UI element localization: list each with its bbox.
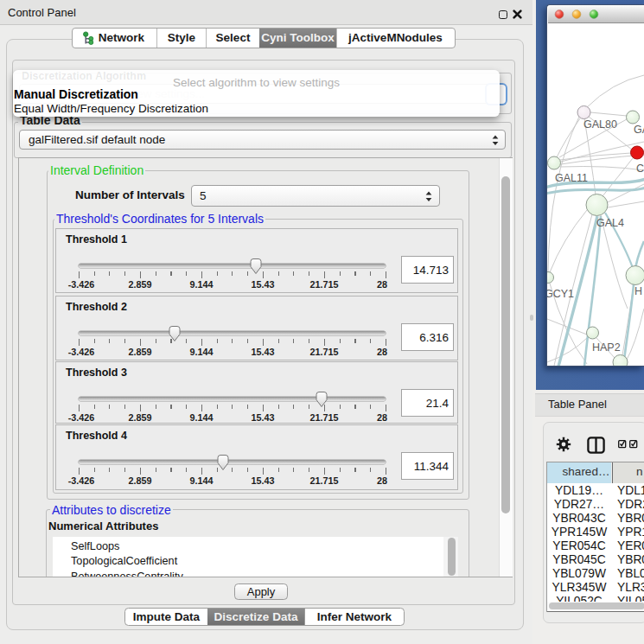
svg-text:C: C [636, 163, 644, 175]
svg-text:HAP2: HAP2 [592, 341, 621, 354]
svg-text:GAL4: GAL4 [596, 217, 624, 229]
svg-text:GCY1: GCY1 [547, 288, 574, 300]
svg-text:GAL11: GAL11 [555, 172, 588, 184]
svg-text:GA: GA [634, 124, 644, 136]
svg-text:H: H [634, 285, 642, 297]
svg-text:GAL80: GAL80 [583, 118, 617, 131]
